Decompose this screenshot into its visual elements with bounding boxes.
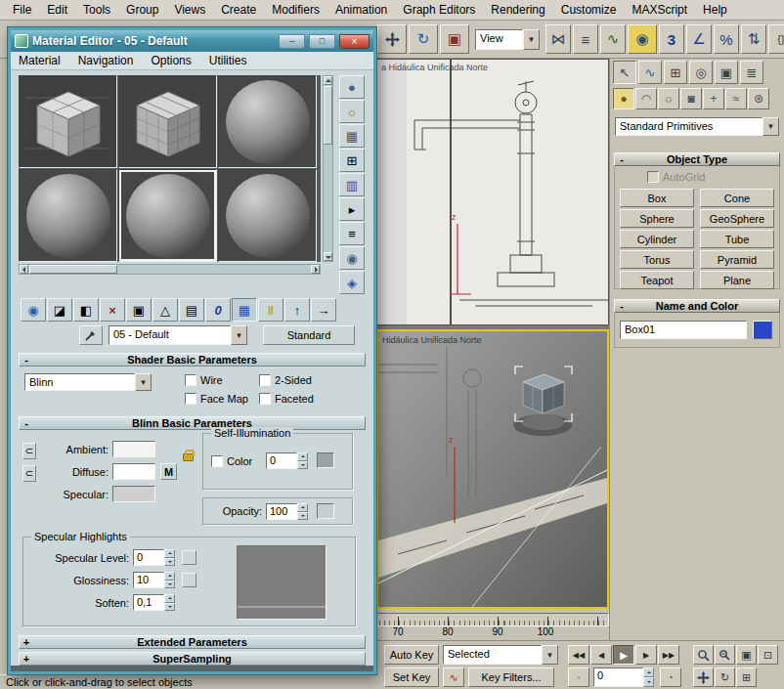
slot-vertical-scrollbar[interactable] bbox=[323, 75, 333, 262]
spinner-down-icon[interactable] bbox=[643, 677, 654, 687]
rollout-name-and-color[interactable]: - Name and Color bbox=[614, 299, 780, 313]
self-illum-color-checkbox[interactable]: Color bbox=[211, 455, 252, 467]
slot-horizontal-scrollbar[interactable] bbox=[19, 264, 321, 275]
select-and-scale-button[interactable]: ▣ bbox=[440, 24, 469, 54]
snaps-toggle-button[interactable]: 3 bbox=[659, 24, 684, 54]
percent-snap-button[interactable]: % bbox=[714, 24, 739, 54]
diffuse-map-button[interactable]: M bbox=[160, 463, 177, 480]
spinner-up-icon[interactable] bbox=[164, 549, 175, 558]
menu-utilities[interactable]: Utilities bbox=[209, 54, 247, 67]
select-by-material-button[interactable]: ◉ bbox=[339, 246, 365, 270]
dropdown-arrow-icon[interactable]: ▼ bbox=[135, 373, 152, 391]
put-to-library-button[interactable]: ▤ bbox=[179, 298, 204, 322]
soften-spinner[interactable]: 0,1 bbox=[133, 594, 175, 611]
viewport-front-canvas[interactable]: a Hidáulica Unificada Norte bbox=[377, 60, 608, 324]
self-illum-spinner[interactable]: 0 bbox=[266, 452, 308, 469]
category-cameras[interactable]: ◙ bbox=[680, 88, 702, 109]
category-systems[interactable]: ⊛ bbox=[748, 88, 769, 109]
self-illum-value[interactable]: 0 bbox=[266, 452, 297, 469]
menu-edit[interactable]: Edit bbox=[40, 1, 74, 19]
menu-material[interactable]: Material bbox=[19, 54, 61, 67]
auto-key-button[interactable]: Auto Key bbox=[384, 645, 439, 665]
spinner-up-icon[interactable] bbox=[643, 667, 654, 677]
spinner-arrows[interactable] bbox=[164, 549, 175, 566]
material-name-dropdown[interactable]: 05 - Default ▼ bbox=[109, 325, 247, 345]
material-editor-button[interactable]: ◉ bbox=[628, 24, 657, 54]
next-frame-button[interactable]: ▶ bbox=[635, 645, 657, 665]
material-editor-options-button[interactable]: ≡ bbox=[339, 222, 365, 245]
scroll-right-icon[interactable] bbox=[311, 265, 320, 274]
rollout-shader-basic-parameters[interactable]: - Shader Basic Parameters bbox=[19, 353, 366, 366]
button-geosphere[interactable]: GeoSphere bbox=[700, 209, 774, 228]
category-shapes[interactable]: ◠ bbox=[635, 88, 657, 109]
dropdown-arrow-icon[interactable]: ▼ bbox=[542, 645, 558, 665]
opacity-map-slot[interactable] bbox=[317, 503, 334, 519]
button-cylinder[interactable]: Cylinder bbox=[620, 230, 694, 248]
viewport-perspective-canvas[interactable]: Hidáulica Unificada Norte bbox=[378, 331, 607, 607]
spinner-arrows[interactable] bbox=[297, 503, 308, 520]
category-space-warps[interactable]: ≈ bbox=[725, 88, 747, 109]
scroll-down-icon[interactable] bbox=[324, 252, 332, 261]
menu-group[interactable]: Group bbox=[119, 1, 165, 19]
scroll-thumb[interactable] bbox=[324, 86, 332, 145]
current-frame-value[interactable]: 0 bbox=[593, 667, 643, 687]
rollout-extended-parameters[interactable]: + Extended Parameters bbox=[19, 635, 366, 649]
opacity-value[interactable]: 100 bbox=[266, 503, 297, 520]
spinner-arrows[interactable] bbox=[643, 667, 654, 687]
category-helpers[interactable]: + bbox=[703, 88, 724, 109]
soften-value[interactable]: 0,1 bbox=[133, 594, 164, 611]
category-geometry[interactable]: ● bbox=[613, 88, 634, 109]
make-unique-button[interactable]: △ bbox=[152, 298, 178, 322]
category-lights[interactable]: ☼ bbox=[658, 88, 679, 109]
play-button[interactable]: ▶ bbox=[613, 645, 634, 665]
lock-diffuse-specular-button[interactable]: ⊂ bbox=[22, 465, 36, 482]
specular-color-swatch[interactable] bbox=[112, 486, 155, 502]
put-material-to-scene-button[interactable]: ◪ bbox=[47, 298, 72, 322]
selection-set-dropdown[interactable]: Selected ▼ bbox=[443, 645, 558, 665]
zoom-button[interactable] bbox=[693, 645, 714, 665]
button-pyramid[interactable]: Pyramid bbox=[700, 250, 774, 269]
menu-graph-editors[interactable]: Graph Editors bbox=[396, 1, 482, 19]
sample-slot-1[interactable] bbox=[19, 75, 117, 168]
spinner-down-icon[interactable] bbox=[297, 461, 308, 470]
previous-frame-button[interactable]: ◀ bbox=[590, 645, 612, 665]
go-to-end-button[interactable]: ▶▶ bbox=[658, 645, 679, 665]
tab-display[interactable]: ▣ bbox=[715, 61, 738, 84]
zoom-region-button[interactable]: ⊡ bbox=[758, 645, 778, 665]
menu-tools[interactable]: Tools bbox=[76, 1, 117, 19]
video-color-check-button[interactable]: ▥ bbox=[339, 173, 365, 196]
object-name-input[interactable]: Box01 bbox=[620, 321, 747, 339]
button-tube[interactable]: Tube bbox=[700, 230, 774, 248]
background-button[interactable]: ▦ bbox=[339, 124, 365, 148]
make-material-copy-button[interactable]: ▣ bbox=[126, 298, 152, 322]
angle-snap-button[interactable]: ∠ bbox=[686, 24, 712, 54]
sample-slot-2[interactable] bbox=[118, 75, 217, 168]
autogrid-checkbox[interactable]: AutoGrid bbox=[647, 171, 705, 183]
tab-hierarchy[interactable]: ⊞ bbox=[664, 61, 687, 84]
dropdown-arrow-icon[interactable]: ▼ bbox=[523, 29, 540, 50]
spinner-arrows[interactable] bbox=[297, 452, 308, 469]
specular-level-value[interactable]: 0 bbox=[133, 549, 164, 566]
opacity-spinner[interactable]: 100 bbox=[266, 503, 308, 520]
tab-modify[interactable]: ∿ bbox=[638, 61, 662, 84]
two-sided-checkbox[interactable]: 2-Sided bbox=[259, 374, 312, 386]
menu-maxscript[interactable]: MAXScript bbox=[625, 1, 694, 19]
spinner-arrows[interactable] bbox=[164, 572, 175, 588]
menu-animation[interactable]: Animation bbox=[328, 1, 394, 19]
get-material-button[interactable]: ◉ bbox=[21, 298, 46, 322]
assign-material-to-selection-button[interactable]: ◧ bbox=[73, 298, 99, 322]
show-map-in-viewport-button[interactable]: ▦ bbox=[232, 298, 257, 322]
spinner-down-icon[interactable] bbox=[297, 512, 308, 521]
viewport-front[interactable]: a Hidáulica Unificada Norte bbox=[376, 59, 609, 325]
glossiness-map-slot[interactable] bbox=[182, 573, 196, 587]
box-object[interactable] bbox=[523, 374, 564, 413]
faceted-checkbox[interactable]: Faceted bbox=[259, 393, 314, 405]
backlight-button[interactable]: ☼ bbox=[339, 100, 365, 123]
sample-type-button[interactable]: ● bbox=[339, 75, 365, 99]
scroll-up-icon[interactable] bbox=[324, 76, 332, 85]
rollout-object-type[interactable]: - Object Type bbox=[614, 152, 780, 166]
spinner-arrows[interactable] bbox=[164, 594, 175, 611]
current-frame-spinner[interactable]: 0 bbox=[593, 667, 654, 687]
sample-slot-5-active[interactable] bbox=[118, 169, 217, 262]
sample-slot-6[interactable] bbox=[218, 169, 317, 262]
